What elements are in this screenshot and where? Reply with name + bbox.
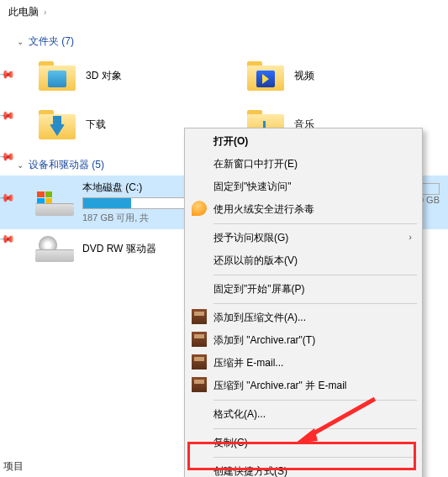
chevron-right-icon: › <box>44 8 46 17</box>
section-drives-title: 设备和驱动器 (5) <box>29 158 104 172</box>
section-folders-title: 文件夹 (7) <box>29 34 74 49</box>
folder-videos[interactable]: 视频 <box>242 55 442 96</box>
separator <box>213 428 417 429</box>
cm-huorong-scan[interactable]: 使用火绒安全进行杀毒 <box>187 198 420 221</box>
folder-icon <box>37 107 77 141</box>
cm-format[interactable]: 格式化(A)... <box>187 403 420 426</box>
status-bar-item-count: 项目 <box>0 459 24 474</box>
archive-icon <box>192 354 207 370</box>
folder-icon <box>245 59 286 92</box>
chevron-right-icon: › <box>408 232 412 242</box>
archive-icon <box>192 309 207 324</box>
separator <box>213 457 417 458</box>
nav-pin-strip: 📌 📌 📌 📌 📌 <box>0 50 12 302</box>
context-menu: 打开(O) 在新窗口中打开(E) 固定到"快速访问" 使用火绒安全进行杀毒 授予… <box>184 128 423 477</box>
separator <box>213 303 417 304</box>
cm-pin-quick-access[interactable]: 固定到"快速访问" <box>187 176 420 198</box>
cm-rar-archive[interactable]: 添加到 "Archive.rar"(T) <box>187 329 420 352</box>
section-folders-header[interactable]: ⌄ 文件夹 (7) <box>0 29 448 52</box>
cm-grant-access[interactable]: 授予访问权限(G) › <box>187 227 420 249</box>
cm-rar-email-archive[interactable]: 压缩到 "Archive.rar" 并 E-mail <box>187 375 420 397</box>
cm-rar-email[interactable]: 压缩并 E-mail... <box>187 352 420 375</box>
breadcrumb-root[interactable]: 此电脑 <box>8 5 39 19</box>
folder-3d-objects[interactable]: 3D 对象 <box>34 55 234 96</box>
folder-label: 视频 <box>294 69 314 83</box>
cm-pin-start[interactable]: 固定到"开始"屏幕(P) <box>187 278 420 301</box>
chevron-down-icon: ⌄ <box>17 160 24 170</box>
breadcrumb[interactable]: 此电脑 › <box>0 0 448 24</box>
drive-dvd-label: DVD RW 驱动器 <box>82 242 156 256</box>
archive-icon <box>192 377 207 392</box>
cm-open-new-window[interactable]: 在新窗口中打开(E) <box>187 153 420 176</box>
folder-label: 3D 对象 <box>86 69 122 83</box>
drive-icon <box>35 188 74 217</box>
separator <box>213 400 417 401</box>
cm-open[interactable]: 打开(O) <box>187 130 420 153</box>
cm-copy[interactable]: 复制(C) <box>187 432 420 454</box>
folder-label: 下载 <box>86 118 106 132</box>
separator <box>213 275 417 275</box>
cm-create-shortcut[interactable]: 创建快捷方式(S) <box>187 460 420 477</box>
chevron-down-icon: ⌄ <box>17 37 24 46</box>
cm-rar-add[interactable]: 添加到压缩文件(A)... <box>187 307 420 329</box>
shield-icon <box>192 201 207 216</box>
separator <box>213 223 417 224</box>
dvd-icon <box>35 234 74 263</box>
folder-icon <box>37 59 77 92</box>
cm-restore-previous[interactable]: 还原以前的版本(V) <box>187 249 420 272</box>
archive-icon <box>192 332 207 347</box>
